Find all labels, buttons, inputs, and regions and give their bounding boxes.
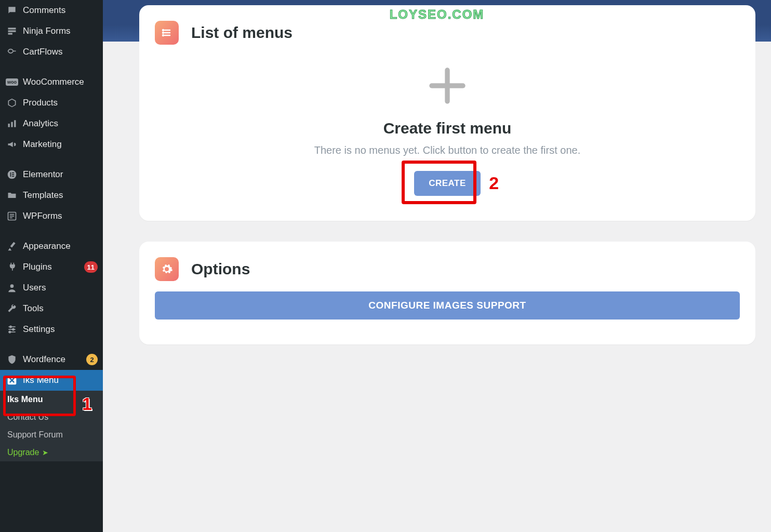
user-icon	[6, 282, 18, 294]
sidebar-item-templates[interactable]: Templates	[0, 185, 103, 206]
shield-icon	[6, 354, 18, 365]
sidebar-item-ninja-forms[interactable]: Ninja Forms	[0, 21, 103, 42]
empty-state-title: Create first menu	[155, 119, 740, 137]
sidebar-item-woocommerce[interactable]: woo WooCommerce	[0, 72, 103, 92]
submenu-item-label: Upgrade	[7, 448, 39, 457]
comment-icon	[6, 5, 18, 16]
svg-rect-1	[8, 30, 16, 32]
notice-count-badge: 2	[86, 354, 98, 365]
admin-sidebar: Comments Ninja Forms CartFlows woo WooCo…	[0, 0, 103, 532]
sidebar-item-label: Elementor	[23, 169, 98, 180]
card-options: Options CONFIGURE IMAGES SUPPORT	[139, 242, 755, 344]
cartflows-icon	[6, 46, 18, 58]
sidebar-item-label: WPForms	[23, 211, 98, 221]
configure-images-button[interactable]: CONFIGURE IMAGES SUPPORT	[155, 291, 740, 320]
svg-point-15	[10, 284, 14, 288]
svg-rect-3	[8, 124, 10, 127]
sidebar-item-users[interactable]: Users	[0, 277, 103, 298]
svg-rect-8	[12, 172, 14, 174]
gear-icon	[155, 257, 179, 281]
sidebar-item-products[interactable]: Products	[0, 92, 103, 113]
sidebar-item-appearance[interactable]: Appearance	[0, 236, 103, 257]
card-title: List of menus	[191, 24, 293, 42]
sidebar-item-label: Plugins	[23, 262, 81, 272]
update-count-badge: 11	[84, 261, 98, 273]
sidebar-item-label: Ninja Forms	[23, 26, 98, 36]
sidebar-item-cartflows[interactable]: CartFlows	[0, 42, 103, 62]
sidebar-item-label: Templates	[23, 190, 98, 201]
svg-point-27	[163, 32, 164, 33]
arrow-right-icon: ➤	[42, 448, 48, 457]
list-icon	[155, 21, 179, 45]
sidebar-item-comments[interactable]: Comments	[0, 0, 103, 21]
sidebar-item-label: Iks Menu	[23, 375, 98, 385]
create-button-wrap: CREATE 2	[414, 171, 481, 196]
card-list-of-menus: List of menus Create first menu There is…	[139, 5, 755, 221]
svg-rect-9	[12, 174, 14, 175]
svg-rect-0	[8, 28, 16, 29]
card-title: Options	[191, 260, 250, 278]
sidebar-item-wordfence[interactable]: Wordfence 2	[0, 349, 103, 370]
woocommerce-icon: woo	[6, 76, 18, 88]
card-header: List of menus	[155, 21, 740, 45]
sidebar-item-label: Tools	[23, 303, 98, 314]
wrench-icon	[6, 303, 18, 314]
submenu-item-upgrade[interactable]: Upgrade ➤	[0, 444, 103, 461]
submenu-item-contact-us[interactable]: Contact Us	[0, 408, 103, 426]
svg-point-26	[163, 30, 164, 31]
submenu-item-support-forum[interactable]: Support Forum	[0, 426, 103, 444]
sidebar-item-label: Analytics	[23, 118, 98, 129]
sliders-icon	[6, 324, 18, 335]
iks-menu-icon	[6, 375, 18, 386]
sidebar-item-label: Products	[23, 98, 98, 108]
sidebar-item-plugins[interactable]: Plugins 11	[0, 257, 103, 277]
elementor-icon	[6, 169, 18, 180]
sidebar-item-tools[interactable]: Tools	[0, 298, 103, 319]
svg-rect-5	[14, 120, 16, 127]
sidebar-item-label: Comments	[23, 5, 98, 16]
sidebar-item-settings[interactable]: Settings	[0, 319, 103, 340]
svg-point-19	[12, 328, 14, 330]
create-button[interactable]: CREATE	[414, 171, 481, 196]
box-icon	[6, 97, 18, 109]
svg-point-17	[10, 326, 11, 327]
wpforms-icon	[6, 210, 18, 222]
svg-rect-4	[11, 122, 12, 127]
sidebar-item-label: Wordfence	[23, 354, 83, 365]
sidebar-item-analytics[interactable]: Analytics	[0, 113, 103, 134]
svg-rect-7	[10, 172, 11, 177]
svg-rect-2	[8, 33, 12, 34]
brush-icon	[6, 241, 18, 252]
sidebar-submenu-iks-menu: Iks Menu Contact Us Support Forum Upgrad…	[0, 391, 103, 461]
annotation-label-2: 2	[489, 173, 499, 193]
svg-point-28	[163, 35, 164, 36]
content-area: LOYSEO.COM List of menus Create first me…	[103, 0, 771, 532]
form-icon	[6, 25, 18, 37]
empty-state-subtitle: There is no menus yet. Click button to c…	[155, 144, 740, 156]
sidebar-item-label: Users	[23, 283, 98, 293]
card-header: Options	[155, 257, 740, 281]
sidebar-item-label: Settings	[23, 324, 98, 335]
sidebar-item-label: Appearance	[23, 241, 98, 251]
sidebar-item-label: Marketing	[23, 139, 98, 150]
plug-icon	[6, 261, 18, 273]
svg-rect-10	[12, 176, 14, 177]
sidebar-item-elementor[interactable]: Elementor	[0, 164, 103, 185]
empty-state: Create first menu There is no menus yet.…	[155, 62, 740, 196]
sidebar-item-iks-menu[interactable]: Iks Menu	[0, 370, 103, 391]
sidebar-item-label: CartFlows	[23, 47, 98, 57]
folder-icon	[6, 190, 18, 201]
sidebar-item-wpforms[interactable]: WPForms	[0, 206, 103, 227]
plus-icon	[424, 62, 471, 109]
sidebar-item-label: WooCommerce	[23, 77, 98, 87]
chart-bar-icon	[6, 118, 18, 129]
svg-point-21	[9, 331, 10, 332]
submenu-item-iks-menu[interactable]: Iks Menu	[0, 391, 103, 408]
sidebar-item-marketing[interactable]: Marketing	[0, 134, 103, 155]
megaphone-icon	[6, 139, 18, 150]
